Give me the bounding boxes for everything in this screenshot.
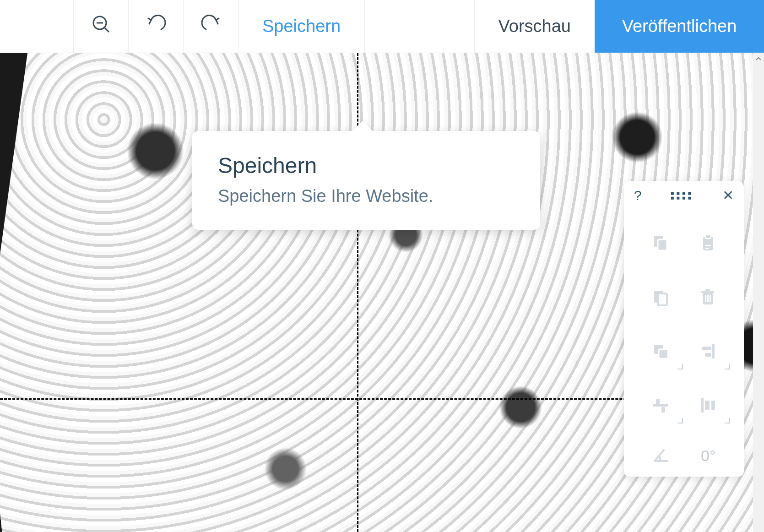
tool-panel-body: 0°	[624, 209, 744, 472]
svg-rect-19	[712, 344, 715, 358]
tool-panel-header: ? ▪▪▪▪▪▪▪▪ ✕	[624, 181, 744, 209]
distribute-button[interactable]	[637, 391, 684, 421]
align-right-icon	[699, 342, 717, 362]
svg-line-1	[104, 27, 109, 32]
panel-drag-handle-icon[interactable]: ▪▪▪▪▪▪▪▪	[671, 191, 694, 200]
svg-rect-25	[701, 398, 704, 413]
svg-rect-4	[658, 239, 667, 250]
svg-rect-6	[705, 235, 711, 239]
tooltip-body: Speichern Sie Ihre Website.	[218, 186, 515, 206]
angle-icon	[652, 445, 670, 466]
paste-button[interactable]	[684, 229, 731, 259]
tooltip-title: Speichern	[218, 153, 515, 178]
rotation-row: 0°	[637, 445, 731, 466]
redo-button[interactable]	[183, 0, 238, 53]
trash-icon	[699, 288, 717, 308]
zoom-out-button[interactable]	[73, 0, 128, 53]
svg-rect-7	[705, 245, 711, 246]
editor-stage: Speichern Speichern Sie Ihre Website. ? …	[0, 53, 764, 532]
svg-rect-21	[705, 353, 711, 357]
rotate-button[interactable]	[652, 445, 670, 466]
panel-help-button[interactable]: ?	[634, 188, 642, 203]
delete-button[interactable]	[684, 283, 731, 313]
panel-close-button[interactable]: ✕	[722, 189, 734, 202]
svg-rect-16	[710, 295, 711, 302]
topbar-left-spacer	[0, 0, 73, 53]
topbar-fill	[364, 0, 474, 53]
svg-rect-20	[702, 347, 711, 350]
arrange-button[interactable]	[637, 337, 684, 367]
align-button[interactable]	[684, 337, 731, 367]
svg-rect-18	[659, 349, 668, 358]
zoom-out-icon	[91, 14, 112, 39]
svg-rect-15	[707, 295, 709, 302]
scrollbar-up-arrow-icon[interactable]	[753, 53, 764, 65]
rotation-value[interactable]: 0°	[701, 447, 716, 465]
duplicate-button[interactable]	[637, 283, 684, 313]
svg-rect-8	[705, 248, 709, 249]
preview-button[interactable]: Vorschau	[474, 0, 595, 53]
svg-rect-14	[705, 295, 706, 302]
match-size-button[interactable]	[684, 391, 731, 421]
redo-icon	[200, 14, 222, 39]
svg-rect-13	[705, 289, 710, 291]
bring-forward-icon	[651, 342, 670, 362]
svg-rect-23	[656, 399, 660, 404]
match-size-icon	[699, 396, 717, 416]
svg-rect-26	[705, 401, 710, 410]
publish-button[interactable]: Veröffentlichen	[595, 0, 764, 53]
duplicate-icon	[651, 288, 670, 308]
floating-tool-panel: ? ▪▪▪▪▪▪▪▪ ✕	[624, 181, 744, 477]
editor-topbar: Speichern Vorschau Veröffentlichen	[0, 0, 764, 53]
vertical-scrollbar[interactable]	[753, 53, 764, 532]
svg-rect-24	[661, 407, 665, 413]
svg-rect-27	[711, 401, 715, 410]
save-button[interactable]: Speichern	[238, 0, 364, 53]
copy-icon	[651, 234, 670, 254]
copy-button[interactable]	[637, 229, 684, 259]
undo-button[interactable]	[128, 0, 183, 53]
svg-rect-22	[653, 404, 668, 407]
svg-rect-10	[658, 293, 667, 305]
distribute-horizontal-icon	[651, 396, 670, 416]
undo-icon	[146, 14, 167, 39]
paste-icon	[699, 234, 717, 254]
save-tooltip: Speichern Speichern Sie Ihre Website.	[192, 131, 540, 230]
